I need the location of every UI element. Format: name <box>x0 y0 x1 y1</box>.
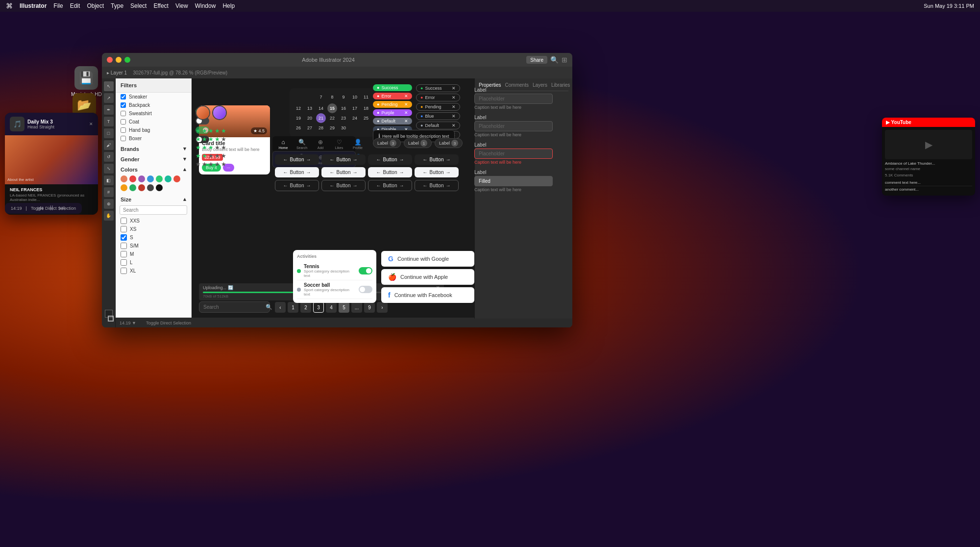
btn-3-4[interactable]: ← Button → <box>415 180 459 191</box>
edit-menu[interactable]: Edit <box>70 2 80 9</box>
selection-tool[interactable]: ↖ <box>104 81 114 91</box>
minimize-button[interactable] <box>116 57 122 63</box>
field-placeholder-2[interactable]: Placeholder <box>474 121 553 131</box>
badge2-success-close[interactable]: ✕ <box>452 86 456 91</box>
next-page-btn[interactable]: › <box>377 302 388 313</box>
swatch-dark[interactable] <box>147 184 154 191</box>
stroke-color[interactable] <box>108 316 114 322</box>
gradient-tool[interactable]: ◧ <box>104 175 114 185</box>
cal-10[interactable]: 10 <box>350 92 360 102</box>
cal-14[interactable]: 14 <box>316 103 326 113</box>
field-value-filled[interactable]: Filled <box>474 176 553 186</box>
m-checkbox[interactable] <box>121 251 127 257</box>
cal-11[interactable]: 11 <box>361 92 371 102</box>
facebook-login-btn[interactable]: f Continue with Facebook <box>381 287 474 303</box>
soccer-toggle[interactable] <box>359 286 372 293</box>
zoom-tool[interactable]: ⊕ <box>104 199 114 209</box>
direct-selection-tool[interactable]: ↗ <box>104 93 114 103</box>
s-checkbox[interactable] <box>121 234 127 241</box>
backpack-checkbox[interactable] <box>121 102 126 108</box>
cal-21-selected[interactable]: 21 <box>316 113 326 123</box>
xxs-checkbox[interactable] <box>121 218 127 224</box>
search-input[interactable] <box>203 304 266 310</box>
music-close[interactable]: ✕ <box>89 122 93 126</box>
view-menu[interactable]: View <box>175 2 188 9</box>
cal-20[interactable]: 20 <box>305 113 315 123</box>
btn-2-1[interactable]: ← Button → <box>275 167 319 177</box>
badge-default-close[interactable]: ✕ <box>404 119 408 124</box>
tennis-toggle[interactable] <box>359 267 372 274</box>
swatch-orange[interactable] <box>121 175 127 182</box>
prev-page-btn[interactable]: ‹ <box>275 302 286 313</box>
cal-28[interactable]: 28 <box>316 123 326 133</box>
swatch-green[interactable] <box>156 175 163 182</box>
cal-22[interactable]: 22 <box>327 113 337 123</box>
cal-18[interactable]: 18 <box>361 103 371 113</box>
badge2-error-close[interactable]: ✕ <box>452 95 456 100</box>
btn-1-2[interactable]: ← Button → <box>321 154 366 165</box>
select-menu[interactable]: Select <box>130 2 147 9</box>
sm-checkbox[interactable] <box>121 243 127 249</box>
apple-menu[interactable]: ⌘ <box>6 2 13 10</box>
btn-1-1[interactable]: ← Button → <box>275 154 319 165</box>
type-tool[interactable]: T <box>104 117 114 126</box>
btn-3-2[interactable]: ← Button → <box>321 180 366 191</box>
pen-tool[interactable]: ✒ <box>104 105 114 115</box>
grid-icon[interactable]: ⊞ <box>562 56 567 64</box>
type-menu[interactable]: Type <box>111 2 123 9</box>
colors-section[interactable]: Colors ▴ <box>116 163 191 174</box>
swatch-purple[interactable] <box>138 175 145 182</box>
badge2-pending-close[interactable]: ✕ <box>452 104 456 109</box>
object-menu[interactable]: Object <box>87 2 104 9</box>
btn-3-1[interactable]: ← Button → <box>275 180 319 191</box>
tab-likes-dark[interactable]: ♡ Likes <box>332 139 346 149</box>
badge-error-close[interactable]: ✕ <box>404 94 408 99</box>
size-search-input[interactable] <box>120 205 187 215</box>
boxer-checkbox[interactable] <box>121 136 126 141</box>
cal-30[interactable]: 30 <box>339 123 348 133</box>
cal-17[interactable]: 17 <box>350 103 360 113</box>
search-icon[interactable]: 🔍 <box>550 56 559 64</box>
cal-7[interactable]: 7 <box>316 92 326 102</box>
btn-1-4[interactable]: ← Button → <box>415 154 459 165</box>
help-menu[interactable]: Help <box>222 2 235 9</box>
cal-16[interactable]: 16 <box>339 103 348 113</box>
rotate-tool[interactable]: ↺ <box>104 152 114 162</box>
cal-8[interactable]: 8 <box>327 92 337 102</box>
cal-12[interactable]: 12 <box>294 103 303 113</box>
swatch-red[interactable] <box>129 175 136 182</box>
swatch-teal[interactable] <box>165 175 172 182</box>
close-button[interactable] <box>107 57 113 63</box>
share-button[interactable]: Share <box>526 56 547 64</box>
mesh-tool[interactable]: # <box>104 187 114 197</box>
gender-section[interactable]: Gender ▾ <box>116 153 191 163</box>
page-1-btn[interactable]: 1 <box>288 302 298 313</box>
maximize-button[interactable] <box>124 57 130 63</box>
brands-section[interactable]: Brands ▾ <box>116 143 191 153</box>
btn-2-4[interactable]: ← Button → <box>415 167 459 177</box>
google-login-btn[interactable]: G Continue with Google <box>381 251 474 267</box>
field-placeholder-3[interactable]: Placeholder <box>474 149 553 159</box>
btn-2-3[interactable]: ← Button → <box>368 167 412 177</box>
rectangle-tool[interactable]: □ <box>104 128 114 138</box>
swatch-black[interactable] <box>156 184 163 191</box>
hand-tool[interactable]: ✋ <box>104 211 114 221</box>
cal-19[interactable]: 19 <box>294 113 303 123</box>
page-5-btn[interactable]: 5 <box>339 302 349 313</box>
search-btn-icon[interactable]: 🔍 <box>266 304 272 310</box>
cal-27[interactable]: 27 <box>305 123 315 133</box>
l-checkbox[interactable] <box>121 259 127 266</box>
badge-purple-close[interactable]: ✕ <box>404 110 408 115</box>
desktop-icon-macintosh[interactable]: 💾 Macintosh HD <box>71 66 102 97</box>
cal-9[interactable]: 9 <box>339 92 348 102</box>
badge-warning-close[interactable]: ✕ <box>404 102 408 107</box>
file-menu[interactable]: File <box>53 2 63 9</box>
cal-15-today[interactable]: 15 <box>327 103 337 113</box>
page-4-btn[interactable]: 4 <box>326 302 337 313</box>
swatch-blue[interactable] <box>147 175 154 182</box>
swatch-crimson[interactable] <box>173 175 180 182</box>
cal-24[interactable]: 24 <box>350 113 360 123</box>
btn-3-3[interactable]: ← Button → <box>368 180 412 191</box>
cal-29[interactable]: 29 <box>327 123 337 133</box>
tab-search-dark[interactable]: 🔍 Search <box>295 139 309 149</box>
